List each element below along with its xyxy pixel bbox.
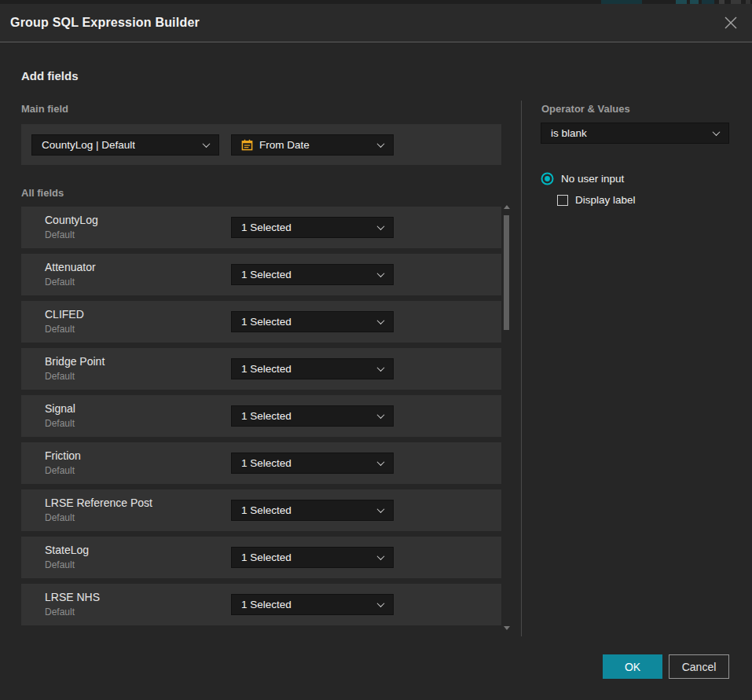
calendar-date-icon <box>241 139 253 151</box>
field-selection-select[interactable]: 1 Selected <box>231 217 394 238</box>
field-sublabel: Default <box>45 229 75 240</box>
add-fields-heading: Add fields <box>21 69 79 82</box>
chevron-down-icon <box>377 552 385 560</box>
chevron-down-icon <box>377 140 385 148</box>
field-row: StateLog Default 1 Selected <box>21 537 501 578</box>
field-selection-select[interactable]: 1 Selected <box>231 453 394 474</box>
field-name: LRSE NHS <box>45 591 100 603</box>
chevron-down-icon <box>377 458 385 466</box>
field-selection-value: 1 Selected <box>241 363 292 375</box>
field-selection-select[interactable]: 1 Selected <box>231 264 394 285</box>
field-selection-value: 1 Selected <box>241 504 292 516</box>
panel-divider <box>521 101 522 636</box>
scrollbar-thumb[interactable] <box>504 215 509 330</box>
field-row: Friction Default 1 Selected <box>21 442 501 484</box>
main-field-panel: CountyLog | Default From Date <box>21 124 501 165</box>
chevron-down-icon <box>713 128 721 136</box>
close-icon[interactable] <box>722 14 739 31</box>
main-field-label: Main field <box>21 103 68 115</box>
field-selection-value: 1 Selected <box>241 410 292 422</box>
display-label-label: Display label <box>575 194 636 206</box>
scrollbar-up-arrow-icon[interactable] <box>503 204 510 210</box>
field-name: LRSE Reference Post <box>45 497 152 509</box>
dialog-title: Group SQL Expression Builder <box>10 16 200 30</box>
dialog-header: Group SQL Expression Builder <box>0 4 752 42</box>
field-name: Friction <box>45 449 81 462</box>
field-sublabel: Default <box>45 465 75 476</box>
field-sublabel: Default <box>45 277 75 288</box>
display-label-checkbox[interactable]: Display label <box>557 194 636 206</box>
scrollbar[interactable] <box>503 203 510 633</box>
all-fields-list: CountyLog Default 1 Selected Attenuator … <box>21 207 501 631</box>
field-sublabel: Default <box>45 418 75 429</box>
field-row: Signal Default 1 Selected <box>21 395 501 437</box>
no-user-input-radio[interactable]: No user input <box>541 172 624 185</box>
field-selection-value: 1 Selected <box>241 552 292 563</box>
field-name: Bridge Point <box>45 355 105 368</box>
field-selection-select[interactable]: 1 Selected <box>231 500 394 521</box>
field-selection-select[interactable]: 1 Selected <box>231 358 394 379</box>
field-selection-select[interactable]: 1 Selected <box>231 311 394 332</box>
cancel-button[interactable]: Cancel <box>669 654 729 679</box>
chevron-down-icon <box>377 317 385 324</box>
field-sublabel: Default <box>45 512 75 523</box>
field-row: Attenuator Default 1 Selected <box>21 254 501 295</box>
field-row: CountyLog Default 1 Selected <box>21 207 501 248</box>
field-name: StateLog <box>45 544 89 556</box>
chevron-down-icon <box>377 364 385 372</box>
field-selection-value: 1 Selected <box>241 269 292 280</box>
field-name: Signal <box>45 402 75 415</box>
no-user-input-label: No user input <box>561 173 624 185</box>
field-row: CLIFED Default 1 Selected <box>21 301 501 343</box>
ok-button[interactable]: OK <box>603 654 662 679</box>
chevron-down-icon <box>377 269 385 277</box>
layer-select[interactable]: CountyLog | Default <box>31 134 219 156</box>
main-field-select[interactable]: From Date <box>231 134 394 156</box>
field-name: Attenuator <box>45 261 96 273</box>
checkbox-unchecked-icon <box>557 195 568 206</box>
chevron-down-icon <box>203 140 211 148</box>
field-selection-value: 1 Selected <box>241 316 292 328</box>
field-row: Bridge Point Default 1 Selected <box>21 348 501 390</box>
operator-select-value: is blank <box>551 127 587 139</box>
chevron-down-icon <box>377 411 385 419</box>
chevron-down-icon <box>377 505 385 513</box>
scrollbar-down-arrow-icon[interactable] <box>503 625 510 631</box>
field-sublabel: Default <box>45 371 75 382</box>
radio-selected-icon <box>541 172 554 185</box>
all-fields-label: All fields <box>21 187 64 199</box>
field-name: CLIFED <box>45 308 84 321</box>
field-selection-select[interactable]: 1 Selected <box>231 405 394 427</box>
group-sql-expression-builder-dialog: Group SQL Expression Builder Add fields … <box>0 0 752 700</box>
field-selection-value: 1 Selected <box>241 222 292 233</box>
field-row: LRSE NHS Default 1 Selected <box>21 584 501 625</box>
field-selection-value: 1 Selected <box>241 599 292 610</box>
operator-select[interactable]: is blank <box>541 123 729 144</box>
field-selection-select[interactable]: 1 Selected <box>231 594 394 615</box>
field-sublabel: Default <box>45 607 75 618</box>
field-sublabel: Default <box>45 324 75 335</box>
chevron-down-icon <box>377 222 385 230</box>
operator-values-label: Operator & Values <box>541 103 630 115</box>
field-selection-value: 1 Selected <box>241 457 292 469</box>
main-field-select-value: From Date <box>259 139 310 151</box>
chevron-down-icon <box>377 599 385 607</box>
field-row: LRSE Reference Post Default 1 Selected <box>21 489 501 531</box>
field-sublabel: Default <box>45 559 75 570</box>
field-selection-select[interactable]: 1 Selected <box>231 547 394 568</box>
field-name: CountyLog <box>45 214 98 226</box>
layer-select-value: CountyLog | Default <box>42 139 135 151</box>
